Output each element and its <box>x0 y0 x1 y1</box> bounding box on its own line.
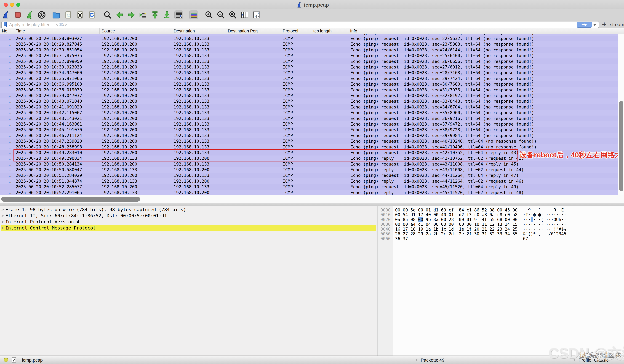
column-header-destination[interactable]: Destination <box>172 28 226 34</box>
packet-row[interactable]: …2025-06-20 20:10:50.284134192.168.10.20… <box>0 161 618 167</box>
zoom-window-button[interactable] <box>16 3 20 7</box>
column-header-info[interactable]: Info <box>348 28 624 34</box>
expand-chevron-icon[interactable]: > <box>0 219 5 224</box>
packet-row[interactable]: …2025-06-20 20:10:27.779030192.168.10.20… <box>0 34 618 36</box>
open-file-icon[interactable] <box>52 10 61 19</box>
packet-row[interactable]: …2025-06-20 20:10:28.803027192.168.10.20… <box>0 36 618 41</box>
reload-file-icon[interactable] <box>87 10 96 19</box>
packet-row[interactable]: …2025-06-20 20:10:42.115067192.168.10.20… <box>0 110 618 115</box>
go-to-packet-icon[interactable] <box>139 10 147 19</box>
packet-row[interactable]: …2025-06-20 20:10:44.163081192.168.10.20… <box>0 121 618 127</box>
restart-capture-icon[interactable] <box>26 10 34 19</box>
packet-row[interactable]: …2025-06-20 20:10:29.827045192.168.10.20… <box>0 41 618 47</box>
packet-row[interactable]: …2025-06-20 20:10:48.258998192.168.10.20… <box>0 144 618 150</box>
filter-dropdown-caret[interactable] <box>593 24 597 26</box>
capture-comment-icon[interactable] <box>11 357 17 364</box>
packet-row[interactable]: …2025-06-20 20:10:32.899059192.168.10.20… <box>0 58 618 64</box>
expert-info-icon[interactable] <box>4 358 8 362</box>
filter-bookmark-icon[interactable] <box>3 22 7 28</box>
find-packet-icon[interactable] <box>103 10 112 19</box>
packet-row[interactable]: …2025-06-20 20:10:38.019039192.168.10.20… <box>0 87 618 93</box>
expand-chevron-icon[interactable]: > <box>0 207 5 212</box>
packet-cell-dst: 192.168.10.133 <box>172 122 226 126</box>
packet-cell-time: 2025-06-20 20:10:52.291065 <box>14 190 100 195</box>
status-profile[interactable]: Profile: Classic <box>578 358 609 363</box>
pane-splitter[interactable] <box>0 203 624 206</box>
protocol-tree-item[interactable]: >Ethernet II, Src: 60:cf:84:c1:86:52, Ds… <box>0 213 377 218</box>
vertical-scrollbar-thumb[interactable] <box>619 101 623 191</box>
colorize-packets-icon[interactable] <box>189 10 198 19</box>
column-header-tcp-length[interactable]: tcp length <box>311 28 348 34</box>
horizontal-scrollbar-thumb[interactable] <box>1 196 140 202</box>
packet-row[interactable]: …2025-06-20 20:10:52.291065192.168.10.13… <box>0 190 618 195</box>
column-header-protocol[interactable]: Protocol <box>281 28 311 34</box>
packet-cell-info: Echo (ping) request id=0x0028, seq=38/97… <box>348 127 618 132</box>
resize-columns-icon[interactable] <box>240 10 249 19</box>
go-forward-icon[interactable] <box>127 10 136 19</box>
packet-row[interactable]: …2025-06-20 20:10:43.143021192.168.10.20… <box>0 116 618 121</box>
packet-row[interactable]: …2025-06-20 20:10:46.211124192.168.10.20… <box>0 133 618 138</box>
column-header-source[interactable]: Source <box>100 28 172 34</box>
stop-capture-icon[interactable] <box>13 10 22 19</box>
add-filter-button[interactable]: + <box>602 21 606 28</box>
hex-row[interactable]: 000000 00 5e 00 01 d1 60 cf 84 c1 86 52 … <box>378 208 624 212</box>
column-header-destination-port[interactable]: Destination Port <box>226 28 281 34</box>
packet-bytes-pane[interactable]: 000000 00 5e 00 01 d1 60 cf 84 c1 86 52 … <box>378 206 624 356</box>
go-back-icon[interactable] <box>115 10 124 19</box>
column-header-time[interactable]: Time <box>14 28 100 34</box>
packet-row[interactable]: …2025-06-20 20:10:52.285077192.168.10.20… <box>0 184 618 190</box>
packet-row[interactable]: …2025-06-20 20:10:51.344874192.168.10.13… <box>0 178 618 184</box>
hex-row[interactable]: 004016 17 18 19 1a 1b 1c 1d 1e 1f 20 21 … <box>378 227 624 232</box>
packet-row[interactable]: …2025-06-20 20:10:30.851054192.168.10.20… <box>0 47 618 53</box>
column-header-no-[interactable]: No. <box>0 28 14 34</box>
zoom-in-icon[interactable] <box>205 10 213 19</box>
protocol-tree-item[interactable]: >Internet Control Message Protocol <box>1 225 376 231</box>
packet-list[interactable]: …2025-06-20 20:10:27.779030192.168.10.20… <box>0 34 618 195</box>
packet-row[interactable]: …2025-06-20 20:10:41.091020192.168.10.20… <box>0 104 618 110</box>
packet-row[interactable]: …2025-06-20 20:10:36.995108192.168.10.20… <box>0 81 618 87</box>
close-window-button[interactable] <box>4 3 8 7</box>
protocol-tree-item[interactable]: >Internet Protocol Version 4 <box>0 219 377 225</box>
packet-row[interactable]: …2025-06-20 20:10:31.875035192.168.10.20… <box>0 53 618 58</box>
protocol-tree-label: Internet Control Message Protocol <box>5 225 96 231</box>
save-file-icon[interactable]: 01010110 <box>64 10 73 19</box>
capture-options-icon[interactable] <box>37 10 46 19</box>
stream-filter-label[interactable]: stream <box>610 22 624 27</box>
expand-chevron-icon[interactable]: > <box>0 213 5 218</box>
start-capture-icon[interactable] <box>1 10 10 19</box>
close-file-icon[interactable] <box>76 10 84 19</box>
expand-chevron-icon[interactable]: > <box>0 226 5 230</box>
packet-row[interactable]: …2025-06-20 20:10:39.047037192.168.10.20… <box>0 93 618 98</box>
protocol-tree-item[interactable]: >Frame 1: 98 bytes on wire (784 bits), 9… <box>0 207 377 212</box>
packet-cell-info: Echo (ping) request id=0x0028, seq=35/89… <box>348 110 618 115</box>
packet-list-horizontal-scrollbar[interactable] <box>0 195 624 203</box>
hex-row[interactable]: 00200a 85 08 00 9b 8a 00 28 00 01 9f 4f … <box>378 217 624 222</box>
packet-list-vertical-scrollbar[interactable] <box>618 34 624 203</box>
packet-row[interactable]: …2025-06-20 20:10:40.071040192.168.10.20… <box>0 98 618 104</box>
columns-123-icon[interactable]: 123 <box>252 10 261 19</box>
hex-row[interactable]: 006036 3767 <box>378 236 624 241</box>
apply-filter-button[interactable] <box>577 22 592 27</box>
packet-detail-pane[interactable]: >Frame 1: 98 bytes on wire (784 bits), 9… <box>0 206 377 356</box>
packet-row[interactable]: …2025-06-20 20:10:47.239020192.168.10.20… <box>0 138 618 144</box>
protocol-tree-label: Frame 1: 98 bytes on wire (784 bits), 98… <box>5 207 186 212</box>
packet-row[interactable]: …2025-06-20 20:10:50.580047192.168.10.13… <box>0 167 618 172</box>
hex-row[interactable]: 005026 27 28 29 2a 2b 2c 2d 2e 2f 30 31 … <box>378 232 624 236</box>
packet-row[interactable]: …2025-06-20 20:10:45.191070192.168.10.20… <box>0 127 618 133</box>
packet-row[interactable]: …2025-06-20 20:10:35.971066192.168.10.20… <box>0 75 618 81</box>
zoom-out-icon[interactable] <box>216 10 225 19</box>
display-filter-field[interactable] <box>1 21 599 28</box>
go-last-packet-icon[interactable] <box>162 10 171 19</box>
hex-row[interactable]: 001000 54 d1 17 40 00 40 01 d2 f3 c0 a8 … <box>378 212 624 217</box>
packet-row[interactable]: …2025-06-20 20:10:51.284029192.168.10.20… <box>0 172 618 178</box>
hex-offset: 0030 <box>378 222 393 227</box>
zoom-100-icon[interactable] <box>228 10 237 19</box>
hex-row[interactable]: 003000 00 a4 c1 04 00 00 00 00 00 10 11 … <box>378 222 624 227</box>
minimize-window-button[interactable] <box>10 3 14 7</box>
packet-row[interactable]: …2025-06-20 20:10:34.947060192.168.10.20… <box>0 70 618 75</box>
auto-scroll-icon[interactable] <box>174 10 183 19</box>
packet-row[interactable]: …2025-06-20 20:10:33.923033192.168.10.20… <box>0 64 618 70</box>
go-first-packet-icon[interactable] <box>151 10 159 19</box>
packet-cell-dst: 192.168.10.133 <box>172 145 226 149</box>
display-filter-input[interactable] <box>7 22 577 28</box>
